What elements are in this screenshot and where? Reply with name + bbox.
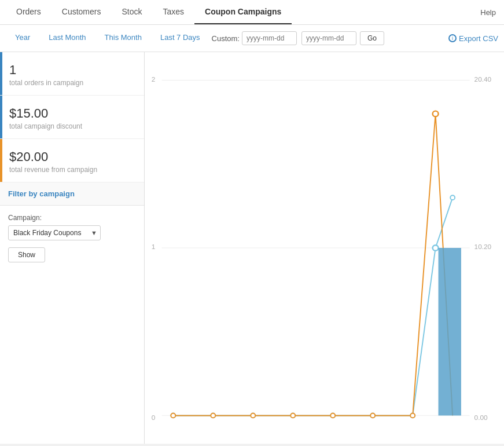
svg-point-16 (433, 245, 439, 251)
tab-last-month[interactable]: Last Month (39, 25, 95, 52)
svg-text:20.40: 20.40 (474, 75, 492, 83)
tab-year[interactable]: Year (6, 25, 39, 52)
sub-nav: Year Last Month This Month Last 7 Days C… (0, 25, 504, 52)
svg-rect-26 (439, 248, 461, 415)
tab-customers[interactable]: Customers (51, 0, 112, 24)
stat-revenue-label: total revenue from campaign (9, 166, 135, 174)
tab-this-month[interactable]: This Month (95, 25, 151, 52)
stat-revenue-value: $20.00 (9, 149, 135, 164)
custom-date-end[interactable] (301, 31, 356, 45)
tab-orders[interactable]: Orders (6, 0, 51, 24)
help-button[interactable]: Help (472, 3, 504, 21)
tab-coupon-campaigns[interactable]: Coupon Campaigns (194, 0, 292, 24)
custom-date-range: Custom: Go (212, 31, 384, 45)
campaign-select[interactable]: Black Friday Coupons Summer Sale Spring … (8, 225, 101, 240)
show-button[interactable]: Show (8, 247, 45, 262)
svg-point-25 (433, 111, 439, 117)
stat-discount-label: total campaign discount (9, 122, 135, 130)
accent-bar-blue (0, 52, 2, 95)
svg-point-23 (370, 414, 375, 418)
accent-bar-blue2 (0, 96, 2, 138)
svg-point-24 (410, 414, 415, 418)
sidebar: 1 total orders in campaign $15.00 total … (0, 52, 145, 444)
campaign-select-wrapper: Black Friday Coupons Summer Sale Spring … (8, 225, 101, 240)
svg-text:10.20: 10.20 (474, 243, 492, 250)
tab-last-7-days[interactable]: Last 7 Days (151, 25, 209, 52)
svg-text:1: 1 (152, 243, 156, 250)
svg-text:0.00: 0.00 (474, 414, 488, 421)
svg-point-19 (211, 414, 215, 418)
stat-discount: $15.00 total campaign discount (0, 96, 144, 139)
export-icon: i (448, 34, 457, 42)
svg-point-18 (171, 414, 175, 418)
tab-stock[interactable]: Stock (111, 0, 152, 24)
tab-taxes[interactable]: Taxes (153, 0, 195, 24)
stat-orders: 1 total orders in campaign (0, 52, 144, 96)
filter-body: Campaign: Black Friday Coupons Summer Sa… (0, 206, 144, 274)
custom-date-start[interactable] (242, 31, 297, 45)
filter-section-header: Filter by campaign (0, 182, 144, 206)
export-label: Export CSV (459, 34, 498, 43)
svg-point-20 (251, 414, 255, 418)
export-csv-button[interactable]: i Export CSV (448, 34, 498, 43)
svg-point-17 (450, 195, 455, 200)
main-content: 1 total orders in campaign $15.00 total … (0, 52, 504, 444)
stat-orders-label: total orders in campaign (9, 79, 135, 87)
stat-discount-value: $15.00 (9, 106, 135, 121)
campaign-label: Campaign: (8, 214, 136, 222)
main-chart-svg: 2 1 0 20.40 10.20 0.00 (145, 58, 498, 438)
go-button[interactable]: Go (360, 31, 384, 45)
stat-revenue: $20.00 total revenue from campaign (0, 139, 144, 182)
stat-orders-value: 1 (9, 63, 135, 78)
chart-container: 2 1 0 20.40 10.20 0.00 (145, 58, 498, 438)
top-nav: Orders Customers Stock Taxes Coupon Camp… (0, 0, 504, 25)
accent-bar-orange (0, 139, 2, 182)
svg-point-21 (290, 414, 295, 418)
svg-text:0: 0 (152, 414, 156, 421)
custom-label: Custom: (212, 34, 240, 43)
svg-point-22 (330, 414, 335, 418)
chart-area: 2 1 0 20.40 10.20 0.00 (145, 52, 504, 444)
filter-title: Filter by campaign (8, 189, 136, 198)
svg-text:2: 2 (152, 75, 156, 83)
